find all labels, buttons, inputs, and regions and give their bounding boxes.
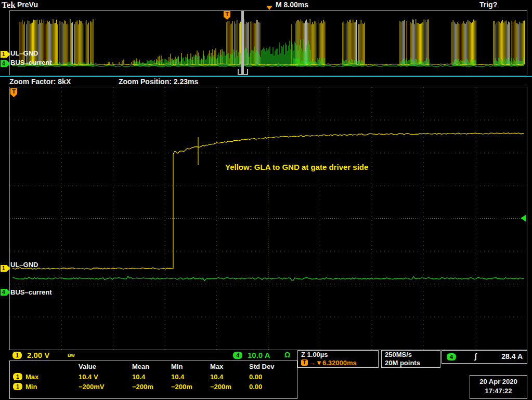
overview-window [9,10,527,75]
measurement-cell: −200m [171,383,192,391]
measurement-cell: −200m [210,383,231,391]
zoom-window-bracket-icon [238,69,248,75]
measurement-cell: 10.4 V [79,373,98,381]
acquisition-box: 250MS/s 20M points [381,350,440,368]
measurement-cell: 10.4 [210,373,223,381]
trigger-level-arrow-icon[interactable] [521,215,526,222]
zoom-window-indicator[interactable] [241,11,244,74]
acquisition-status: PreVu [17,1,38,9]
zoom-factor-readout: Zoom Factor: 8kX [9,77,71,86]
zoom-position-readout: Zoom Position: 2.23ms [119,77,198,86]
measurement-cell: 0.00 [249,383,262,391]
measurement-column-header: Value [79,363,96,370]
trigger-readout-box: 4 ʃ 28.4 A [442,350,527,364]
ch4-coupling-icon: Ω [284,351,290,359]
trigger-position-marker-icon [266,6,273,10]
overview-waveform-plot [10,11,527,75]
measurement-column-header: Std Dev [249,363,274,370]
measurement-column-header: Min [171,363,183,370]
ch4-badge: 4 [233,352,242,359]
divider-line [0,76,532,77]
trigger-source-badge: 4 [447,353,456,361]
zoom-waveform-plot [10,87,527,350]
measurement-cell: 10.4 [132,373,145,381]
ch1-bandwidth-icon: Bw [68,353,75,358]
measurement-column-header: Mean [132,363,149,370]
overview-ch4-label: BUS–current [10,59,51,66]
trigger-flag-label: T [225,11,229,17]
top-status-bar: Tek PreVu M 8.00ms Trig? [0,0,532,9]
waveform-annotation: Yellow: GLA to GND at gate driver side [225,163,368,171]
date-readout: 20 Apr 2020 [470,378,527,385]
measurement-name: Max [25,373,38,381]
tek-logo: Tek [2,0,16,10]
delay-trigger-badge: T [301,359,308,366]
measurement-cell: 10.4 [171,373,184,381]
sample-rate-readout: 250MS/s [385,351,412,358]
zoom-scale-readout: Z 1.00µs [301,351,328,358]
trigger-slope-icon: ʃ [474,352,477,361]
zoom-ch1-label: UL–GND [10,261,38,269]
timebase-readout: M 8.00ms [276,1,308,9]
measurement-cell: 0.00 [249,373,262,381]
measurement-table: ValueMeanMinMaxStd Dev1Max10.4 V10.410.4… [9,361,297,399]
zoom-graticule [9,87,527,350]
trigger-status: Trig? [479,1,497,9]
zoom-timebase-box: Z 1.00µs T →▼ 6.32000ms [297,350,379,368]
measurement-name: Min [25,383,37,391]
time-readout: 17:47:22 [470,387,527,395]
oscilloscope-screen: Tek PreVu M 8.00ms Trig? T 1 UL–GND 4 BU… [0,0,532,400]
measurement-column-header: Max [210,363,223,370]
ch4-scale-readout: 10.0 A [248,351,270,359]
measurement-cell: −200m [132,383,153,391]
overview-ch1-label: UL–GND [10,49,38,57]
datetime-box: 20 Apr 2020 17:47:22 [470,375,527,399]
trigger-flag-label: T [12,88,16,95]
delay-arrows-icon: →▼ [309,359,322,367]
record-length-readout: 20M points [385,359,420,367]
measurement-channel-badge: 1 [13,373,22,380]
zoom-ch4-label: BUS–current [10,288,51,296]
measurement-channel-badge: 1 [13,383,22,390]
ch1-scale-readout: 2.00 V [27,351,49,359]
measurement-cell: −200mV [79,383,105,391]
delay-value-readout: 6.32000ms [322,359,357,367]
ch1-badge: 1 [12,352,22,359]
trigger-level-readout: 28.4 A [501,352,523,361]
